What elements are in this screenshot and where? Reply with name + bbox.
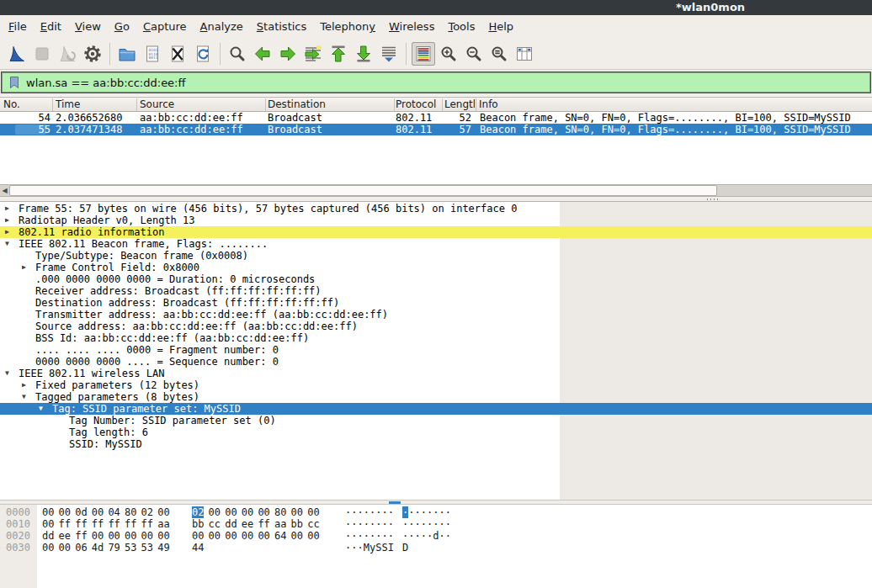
colorize-icon[interactable] [412, 42, 435, 66]
go-back-icon[interactable] [251, 42, 274, 66]
detail-row[interactable]: ▼IEEE 802.11 Beacon frame, Flags: ......… [0, 238, 872, 250]
display-filter-field[interactable] [1, 72, 871, 93]
detail-row[interactable]: .000 0000 0000 0000 = Duration: 0 micros… [0, 273, 872, 285]
expand-arrow-icon[interactable]: ▶ [22, 262, 26, 273]
packet-list-header[interactable]: No.TimeSourceDestinationProtocolLengthIn… [0, 97, 872, 112]
column-header-no[interactable]: No. [3, 98, 20, 110]
hex-byte[interactable]: ff [75, 518, 87, 530]
collapse-arrow-icon[interactable]: ▼ [5, 238, 9, 250]
menu-file[interactable]: File [2, 15, 34, 39]
hex-byte[interactable]: 44 [192, 542, 204, 554]
hex-byte[interactable]: cc [209, 518, 221, 530]
hex-ascii-char[interactable]: · [402, 518, 408, 530]
hex-byte[interactable]: aa [274, 518, 286, 530]
column-separator[interactable] [476, 98, 476, 111]
hex-ascii-char[interactable]: · [439, 530, 445, 542]
expand-arrow-icon[interactable]: ▶ [5, 226, 9, 238]
detail-row[interactable]: ▶802.11 radio information [0, 226, 872, 238]
detail-row[interactable]: Tag length: 6 [0, 426, 872, 438]
detail-row[interactable]: 0000 0000 0000 .... = Sequence number: 0 [0, 356, 872, 368]
hex-byte[interactable]: aa [157, 518, 169, 530]
hex-ascii-char[interactable]: D [402, 542, 408, 554]
hex-ascii-char[interactable]: · [370, 530, 375, 542]
expand-arrow-icon[interactable]: ▶ [5, 215, 9, 226]
detail-row[interactable]: ▶Fixed parameters (12 bytes) [0, 379, 872, 391]
detail-row[interactable]: ▶Frame 55: 57 bytes on wire (456 bits), … [0, 203, 872, 215]
hex-byte[interactable]: ff [141, 518, 153, 530]
file-close-icon[interactable] [166, 42, 189, 66]
hex-ascii-char[interactable]: · [445, 518, 451, 530]
hex-ascii-char[interactable]: · [345, 530, 351, 542]
hex-ascii-char[interactable]: · [375, 506, 381, 518]
hex-ascii-char[interactable]: · [408, 518, 414, 530]
detail-row[interactable]: ▶Radiotap Header v0, Length 13 [0, 215, 872, 226]
detail-row[interactable]: Type/Subtype: Beacon frame (0x0008) [0, 250, 872, 262]
hex-byte[interactable]: 79 [108, 542, 120, 554]
hex-ascii-char[interactable]: · [364, 518, 370, 530]
hex-byte[interactable]: 02 [192, 506, 204, 518]
go-last-icon[interactable] [352, 42, 375, 66]
hex-ascii-char[interactable]: · [439, 518, 445, 530]
packet-list-horizontal-scrollbar[interactable]: ◀ [0, 184, 872, 197]
hex-ascii-char[interactable]: · [375, 518, 381, 530]
hex-byte[interactable]: 00 [225, 506, 237, 518]
hex-ascii-char[interactable]: · [439, 506, 445, 518]
hex-ascii-char[interactable]: · [445, 506, 451, 518]
hex-byte[interactable]: 00 [209, 506, 221, 518]
go-forward-icon[interactable] [276, 42, 300, 66]
hex-byte[interactable]: 00 [108, 530, 120, 542]
scrollbar-thumb[interactable] [9, 185, 717, 196]
hex-ascii-char[interactable]: d [433, 530, 439, 542]
hex-byte[interactable]: dd [225, 518, 237, 530]
zoom-reset-icon[interactable] [487, 42, 511, 66]
hex-byte[interactable]: 00 [307, 506, 319, 518]
hex-ascii-char[interactable]: · [370, 506, 375, 518]
hex-ascii-char[interactable]: · [415, 506, 421, 518]
hex-byte[interactable]: 00 [291, 506, 303, 518]
detail-row[interactable]: Tag Number: SSID parameter set (0) [0, 415, 872, 426]
hex-byte[interactable]: 0d [75, 506, 87, 518]
detail-row[interactable]: Transmitter address: aa:bb:cc:dd:ee:ff (… [0, 309, 872, 320]
window-titlebar[interactable]: *wlan0mon [0, 0, 872, 15]
menu-view[interactable]: View [68, 15, 108, 39]
capture-options-icon[interactable] [81, 42, 104, 66]
hex-ascii-char[interactable]: · [427, 530, 433, 542]
hex-byte[interactable]: 02 [141, 506, 153, 518]
column-separator[interactable] [394, 98, 395, 111]
hex-byte[interactable]: ee [59, 530, 71, 542]
hex-ascii-char[interactable]: · [421, 506, 427, 518]
hex-ascii-char[interactable]: S [375, 542, 381, 554]
collapse-arrow-icon[interactable]: ▼ [39, 403, 43, 415]
hex-ascii-char[interactable]: · [415, 518, 421, 530]
detail-row[interactable]: Destination address: Broadcast (ff:ff:ff… [0, 297, 872, 309]
zoom-in-icon[interactable] [437, 42, 460, 66]
column-separator[interactable] [265, 98, 266, 111]
column-separator[interactable] [442, 98, 443, 111]
file-save-icon[interactable]: 010101100011 [141, 42, 164, 66]
menu-edit[interactable]: Edit [34, 15, 68, 39]
hex-ascii-char[interactable]: · [408, 530, 414, 542]
menu-statistics[interactable]: Statistics [250, 15, 313, 39]
hex-byte[interactable]: 00 [42, 542, 54, 554]
hex-ascii-char[interactable]: · [345, 518, 351, 530]
hex-byte[interactable]: 00 [157, 506, 169, 518]
collapse-arrow-icon[interactable]: ▼ [5, 368, 9, 379]
hex-ascii-char[interactable]: · [388, 506, 394, 518]
display-filter-input[interactable] [26, 77, 870, 89]
scrollbar-left-arrow-icon[interactable]: ◀ [0, 185, 9, 196]
detail-row[interactable]: ▶Frame Control Field: 0x8000 [0, 262, 872, 273]
hex-byte[interactable]: 06 [75, 542, 87, 554]
hex-ascii-char[interactable]: · [402, 530, 408, 542]
auto-scroll-icon[interactable] [377, 42, 401, 66]
hex-byte[interactable]: 53 [141, 542, 153, 554]
hex-ascii-char[interactable]: · [364, 506, 370, 518]
menu-tools[interactable]: Tools [441, 15, 481, 39]
hex-byte[interactable]: 00 [242, 506, 253, 518]
hex-ascii-char[interactable]: · [351, 506, 357, 518]
hex-ascii-char[interactable]: y [370, 542, 375, 554]
hex-byte[interactable]: ff [92, 518, 104, 530]
hex-byte[interactable]: 00 [209, 530, 221, 542]
hex-ascii-char[interactable]: · [358, 542, 364, 554]
zoom-out-icon[interactable] [462, 42, 486, 66]
resize-columns-icon[interactable] [513, 42, 536, 66]
